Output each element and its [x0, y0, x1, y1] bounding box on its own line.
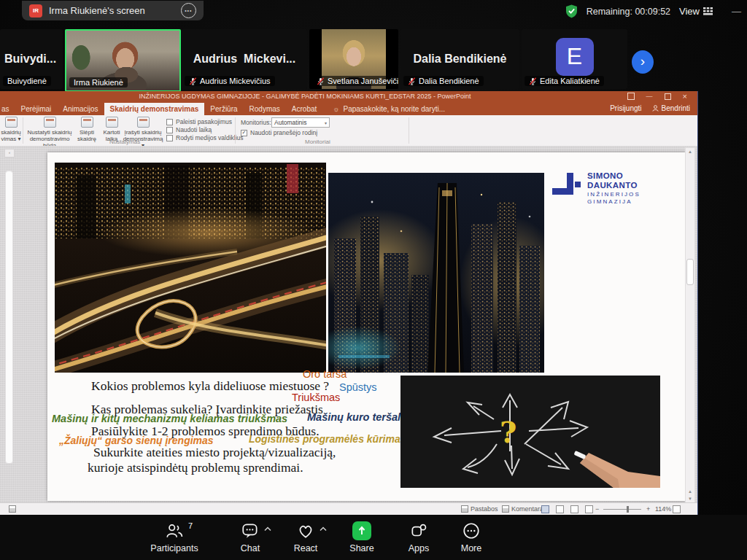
- next-participants-button[interactable]: ›: [632, 50, 654, 74]
- participants-button[interactable]: 7 Participants: [143, 521, 206, 553]
- share-options-menu-icon[interactable]: •••: [181, 3, 196, 18]
- tellme-box[interactable]: ☼ Papasakokite, ką norite daryti...: [322, 103, 451, 115]
- tab-perejimai[interactable]: Perėjimai: [15, 103, 58, 115]
- more-button[interactable]: More: [451, 521, 492, 553]
- sign-in-button[interactable]: Prisijungti: [610, 104, 641, 112]
- close-window-icon[interactable]: ×: [683, 92, 687, 101]
- security-shield-icon[interactable]: [565, 4, 578, 18]
- participant-tile-buivydiene[interactable]: Buivydi... Buivydienė: [0, 29, 63, 89]
- night-city-aerial-photo: [328, 173, 544, 373]
- checkbox-icon: [166, 135, 173, 141]
- slideshow-view-icon[interactable]: [585, 505, 593, 513]
- checkbox-use-timings[interactable]: Naudoti laiką: [166, 126, 212, 133]
- record-slideshow-icon: [137, 117, 150, 128]
- rehearse-timings-icon: [106, 117, 118, 128]
- annotation-fuel-pollutants: Mašinų kuro teršalai: [307, 411, 409, 423]
- lightbulb-icon: ☼: [333, 105, 339, 113]
- next-slide-icon[interactable]: ▼: [686, 497, 694, 501]
- participant-tile-svetlana-video[interactable]: Svetlana Januševičienė: [309, 29, 398, 89]
- share-screen-button[interactable]: Share: [341, 521, 382, 553]
- meeting-topbar-right: Remaining: 00:09:52 View —: [565, 4, 741, 18]
- notes-label: Pastabos: [471, 505, 498, 513]
- checkbox-presenter-view[interactable]: ✓ Naudoti pranešėjo rodinį: [241, 129, 317, 136]
- participant-tile-audrius[interactable]: Audrius Mickevi... Audrius Mickevičius: [182, 29, 307, 89]
- restore-window-icon[interactable]: [665, 93, 671, 100]
- question-mark-glyph: ?: [500, 415, 516, 449]
- tab-rodymas[interactable]: Rodymas: [244, 103, 286, 115]
- night-highway-photo: [55, 163, 326, 373]
- participant-tile-edita[interactable]: E Edita Kaliatkienė: [522, 29, 627, 89]
- fit-slide-icon[interactable]: [673, 505, 681, 513]
- ribbon-button-hide-slide[interactable]: Slėpti skaidrę: [74, 117, 99, 142]
- chat-button[interactable]: Chat: [232, 521, 268, 553]
- group-separator: [23, 117, 23, 144]
- participant-tile-irma-video[interactable]: Irma Riukienė: [65, 29, 181, 92]
- react-button[interactable]: React: [286, 521, 325, 553]
- zoom-slider-thumb[interactable]: [627, 506, 629, 513]
- muted-mic-icon: [408, 77, 416, 85]
- checkbox-show-media-controls[interactable]: Rodyti medijos valdiklius: [166, 134, 244, 141]
- view-grid-icon: [703, 7, 713, 15]
- scroll-up-icon[interactable]: ▲: [686, 149, 694, 154]
- ribbon-button-custom-slideshow[interactable]: skaidrių vimas ▾: [0, 117, 22, 142]
- person-icon: [652, 105, 659, 112]
- ribbon-options-icon[interactable]: [627, 93, 635, 100]
- comments-icon: [502, 505, 509, 513]
- minimize-icon[interactable]: —: [732, 6, 741, 17]
- apps-button[interactable]: Apps: [398, 521, 439, 553]
- tab-animacijos[interactable]: Animacijos: [57, 103, 104, 115]
- tab-perziura[interactable]: Peržiūra: [204, 103, 243, 115]
- previous-slide-icon[interactable]: ▲: [686, 489, 694, 494]
- avatar: E: [556, 38, 594, 76]
- statusbar-left-icon[interactable]: [9, 505, 16, 513]
- monitor-dropdown[interactable]: Automatinis ▾: [271, 117, 330, 128]
- tab-skaidriu-demonstravimas[interactable]: Skaidrių demonstravimas: [104, 103, 205, 115]
- view-button[interactable]: View: [679, 6, 713, 17]
- collapse-pane-icon[interactable]: ‹: [4, 149, 15, 158]
- share-button[interactable]: Bendrinti: [652, 104, 690, 112]
- button-label: Įrašyti skaidrių: [124, 129, 161, 136]
- meeting-toolbar: 7 Participants Chat React: [0, 515, 747, 560]
- zoom-out-button[interactable]: −: [595, 505, 599, 513]
- button-label: Slėpti: [80, 129, 94, 136]
- participant-tile-dalia[interactable]: Dalia Bendikienė Dalia Bendikienė: [400, 29, 519, 89]
- checkbox-play-narrations[interactable]: Paleisti pasakojimus: [166, 118, 232, 125]
- vertical-scrollbar[interactable]: ▲ ▲ ▼: [685, 147, 695, 503]
- checkbox-icon: [166, 127, 173, 133]
- tab-acrobat[interactable]: Acrobat: [286, 103, 322, 115]
- minimize-window-icon[interactable]: —: [646, 93, 653, 100]
- reading-view-icon[interactable]: [570, 505, 578, 513]
- monitor-dropdown-value: Automatinis: [274, 119, 306, 126]
- group-separator: [409, 117, 409, 144]
- participant-name-label: Buivydienė: [3, 76, 51, 86]
- button-label: vimas ▾: [1, 136, 20, 142]
- participant-name-label: Edita Kaliatkienė: [525, 76, 604, 86]
- scrollbar-thumb[interactable]: [686, 259, 694, 285]
- school-logo-mark-icon: [551, 173, 583, 205]
- participant-display-name: Dalia Bendikienė: [400, 52, 519, 66]
- chat-chevron-icon[interactable]: [264, 526, 271, 532]
- zoom-in-button[interactable]: +: [646, 505, 650, 513]
- zoom-level[interactable]: 114%: [655, 505, 671, 513]
- participant-name-label: Svetlana Januševičienė: [312, 76, 398, 86]
- ribbon-button-setup-slideshow[interactable]: Nustatyti skaidrių demonstravimo būdą: [25, 117, 74, 149]
- slide: SIMONO DAUKANTO INŽINERIJOS GIMNAZIJA Or…: [47, 152, 686, 501]
- annotation-machine-noise: Mašinų ir kitų mechanizmų keliamas triuk…: [52, 413, 287, 424]
- thumbnail-pane-scrollbar[interactable]: [5, 171, 13, 464]
- comments-button[interactable]: Komentarai: [502, 505, 545, 513]
- share-button-label: Bendrinti: [662, 104, 690, 112]
- share-screen-icon: [352, 521, 371, 540]
- react-chevron-icon[interactable]: [320, 526, 327, 532]
- annotation-congestion: Spūstys: [339, 381, 377, 393]
- tab-cropped[interactable]: as: [0, 103, 15, 115]
- view-mode-buttons: [541, 505, 593, 513]
- notes-button[interactable]: Pastabos: [461, 505, 498, 513]
- participants-count-badge: 7: [188, 521, 193, 530]
- participants-filmstrip: Buivydi... Buivydienė Irma Riukienė Audr…: [0, 29, 665, 89]
- react-label: React: [294, 543, 318, 553]
- normal-view-icon[interactable]: [541, 505, 549, 513]
- slide-sorter-view-icon[interactable]: [556, 505, 564, 513]
- zoom-slider[interactable]: [603, 509, 641, 510]
- comments-label: Komentarai: [511, 505, 545, 513]
- group-separator: [235, 117, 236, 144]
